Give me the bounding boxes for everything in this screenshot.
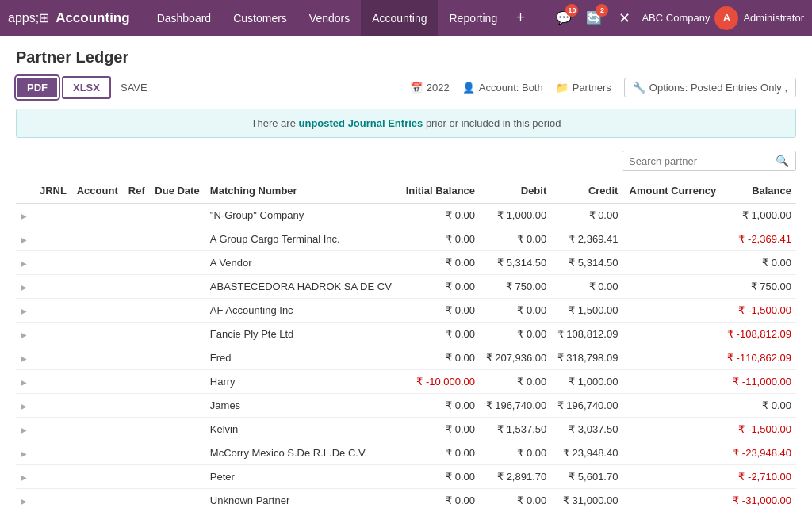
nav-add-button[interactable]: + bbox=[508, 0, 533, 36]
nav-accounting[interactable]: Accounting bbox=[361, 0, 438, 36]
table-row[interactable]: ▶ Kelvin ₹ 0.00 ₹ 1,537.50 ₹ 3,037.50 ₹ … bbox=[16, 418, 796, 441]
row-account bbox=[72, 418, 124, 441]
row-amount-currency bbox=[622, 441, 721, 465]
table-row[interactable]: ▶ Fancie Ply Pte Ltd ₹ 0.00 ₹ 0.00 ₹ 108… bbox=[16, 323, 796, 346]
ledger-table: JRNL Account Ref Due Date Matching Numbe… bbox=[16, 178, 796, 508]
row-amount-currency bbox=[622, 370, 721, 394]
banner-link[interactable]: unposted Journal Entries bbox=[299, 117, 423, 129]
row-expand[interactable]: ▶ bbox=[16, 370, 35, 394]
row-jrnl bbox=[35, 251, 72, 275]
row-expand[interactable]: ▶ bbox=[16, 465, 35, 489]
row-balance: ₹ -2,710.00 bbox=[721, 465, 796, 489]
search-wrap[interactable]: 🔍 bbox=[622, 151, 796, 171]
activity-button[interactable]: 🔄 2 bbox=[581, 6, 607, 31]
row-due-date bbox=[150, 251, 205, 275]
row-debit: ₹ 0.00 bbox=[480, 227, 551, 251]
row-credit: ₹ 1,500.00 bbox=[551, 299, 622, 323]
table-row[interactable]: ▶ Peter ₹ 0.00 ₹ 2,891.70 ₹ 5,601.70 ₹ -… bbox=[16, 465, 796, 489]
row-ref bbox=[124, 251, 151, 275]
row-expand[interactable]: ▶ bbox=[16, 204, 35, 227]
avatar[interactable]: A bbox=[714, 6, 738, 30]
row-debit: ₹ 0.00 bbox=[480, 370, 551, 394]
col-balance: Balance bbox=[721, 178, 796, 204]
row-expand[interactable]: ▶ bbox=[16, 251, 35, 275]
table-row[interactable]: ▶ AF Accounting Inc ₹ 0.00 ₹ 0.00 ₹ 1,50… bbox=[16, 299, 796, 323]
nav-dashboard[interactable]: Dashboard bbox=[146, 0, 223, 36]
row-due-date bbox=[150, 489, 205, 509]
banner-prefix: There are bbox=[251, 117, 299, 129]
row-amount-currency bbox=[622, 489, 721, 509]
table-row[interactable]: ▶ James ₹ 0.00 ₹ 196,740.00 ₹ 196,740.00… bbox=[16, 394, 796, 418]
close-button[interactable]: ✕ bbox=[611, 6, 637, 31]
row-ref bbox=[124, 370, 151, 394]
row-credit: ₹ 0.00 bbox=[551, 204, 622, 227]
row-name: Unknown Partner bbox=[205, 489, 400, 509]
row-expand[interactable]: ▶ bbox=[16, 299, 35, 323]
grid-icon[interactable]: apps;⊞ bbox=[8, 10, 49, 25]
row-expand[interactable]: ▶ bbox=[16, 346, 35, 370]
row-due-date bbox=[150, 275, 205, 299]
row-expand[interactable]: ▶ bbox=[16, 323, 35, 346]
table-row[interactable]: ▶ Unknown Partner ₹ 0.00 ₹ 0.00 ₹ 31,000… bbox=[16, 489, 796, 509]
row-expand[interactable]: ▶ bbox=[16, 489, 35, 509]
xlsx-button[interactable]: XLSX bbox=[62, 76, 111, 99]
row-expand[interactable]: ▶ bbox=[16, 275, 35, 299]
row-expand[interactable]: ▶ bbox=[16, 227, 35, 251]
row-jrnl bbox=[35, 394, 72, 418]
row-name: McCorry Mexico S.De R.L.De C.V. bbox=[205, 441, 400, 465]
row-initial-balance: ₹ 0.00 bbox=[400, 323, 480, 346]
save-button[interactable]: SAVE bbox=[114, 78, 154, 97]
row-account bbox=[72, 394, 124, 418]
row-jrnl bbox=[35, 346, 72, 370]
admin-label[interactable]: Administrator bbox=[743, 12, 804, 24]
col-jrnl: JRNL bbox=[35, 178, 72, 204]
pdf-button[interactable]: PDF bbox=[16, 76, 59, 99]
row-credit: ₹ 31,000.00 bbox=[551, 489, 622, 509]
row-ref bbox=[124, 323, 151, 346]
table-row[interactable]: ▶ A Group Cargo Terminal Inc. ₹ 0.00 ₹ 0… bbox=[16, 227, 796, 251]
search-input[interactable] bbox=[629, 155, 776, 167]
row-expand[interactable]: ▶ bbox=[16, 394, 35, 418]
year-filter[interactable]: 📅 2022 bbox=[410, 82, 450, 94]
table-row[interactable]: ▶ A Vendor ₹ 0.00 ₹ 5,314.50 ₹ 5,314.50 … bbox=[16, 251, 796, 275]
row-account bbox=[72, 227, 124, 251]
nav-customers[interactable]: Customers bbox=[222, 0, 298, 36]
row-debit: ₹ 1,000.00 bbox=[480, 204, 551, 227]
row-due-date bbox=[150, 204, 205, 227]
row-expand[interactable]: ▶ bbox=[16, 441, 35, 465]
table-row[interactable]: ▶ McCorry Mexico S.De R.L.De C.V. ₹ 0.00… bbox=[16, 441, 796, 465]
messages-button[interactable]: 💬 10 bbox=[551, 6, 576, 31]
row-initial-balance: ₹ 0.00 bbox=[400, 346, 480, 370]
row-due-date bbox=[150, 346, 205, 370]
row-ref bbox=[124, 204, 151, 227]
row-jrnl bbox=[35, 441, 72, 465]
row-debit: ₹ 0.00 bbox=[480, 441, 551, 465]
row-account bbox=[72, 441, 124, 465]
partners-icon: 📁 bbox=[556, 82, 569, 94]
row-initial-balance: ₹ 0.00 bbox=[400, 204, 480, 227]
banner-suffix: prior or included in this period bbox=[423, 117, 561, 129]
col-due-date: Due Date bbox=[150, 178, 205, 204]
row-debit: ₹ 1,537.50 bbox=[480, 418, 551, 441]
partners-label: Partners bbox=[573, 82, 611, 94]
table-row[interactable]: ▶ Fred ₹ 0.00 ₹ 207,936.00 ₹ 318,798.09 … bbox=[16, 346, 796, 370]
partners-filter[interactable]: 📁 Partners bbox=[556, 82, 611, 94]
table-row[interactable]: ▶ Harry ₹ -10,000.00 ₹ 0.00 ₹ 1,000.00 ₹… bbox=[16, 370, 796, 394]
col-amount-currency: Amount Currency bbox=[622, 178, 721, 204]
nav-reporting[interactable]: Reporting bbox=[438, 0, 508, 36]
row-balance: ₹ -108,812.09 bbox=[721, 323, 796, 346]
company-name[interactable]: ABC Company bbox=[642, 12, 710, 24]
nav-brand[interactable]: Accounting bbox=[56, 10, 130, 26]
row-initial-balance: ₹ 0.00 bbox=[400, 418, 480, 441]
nav-vendors[interactable]: Vendors bbox=[298, 0, 361, 36]
row-debit: ₹ 750.00 bbox=[480, 275, 551, 299]
row-jrnl bbox=[35, 465, 72, 489]
row-balance: ₹ 0.00 bbox=[721, 394, 796, 418]
row-due-date bbox=[150, 299, 205, 323]
options-filter[interactable]: 🔧 Options: Posted Entries Only , bbox=[624, 78, 796, 97]
row-balance: ₹ 750.00 bbox=[721, 275, 796, 299]
table-row[interactable]: ▶ ABASTECEDORA HADROK SA DE CV ₹ 0.00 ₹ … bbox=[16, 275, 796, 299]
row-expand[interactable]: ▶ bbox=[16, 418, 35, 441]
table-row[interactable]: ▶ "N-Group" Company ₹ 0.00 ₹ 1,000.00 ₹ … bbox=[16, 204, 796, 227]
account-filter[interactable]: 👤 Account: Both bbox=[462, 82, 543, 94]
